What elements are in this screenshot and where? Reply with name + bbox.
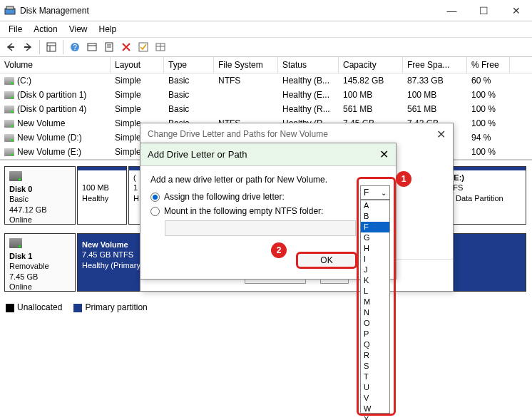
menu-view[interactable]: View <box>63 23 93 36</box>
disk1-header[interactable]: Disk 1 Removable 7.45 GB Online <box>4 233 76 292</box>
drive-icon <box>4 134 14 142</box>
drive-icon <box>4 77 14 85</box>
col-volume[interactable]: Volume <box>0 57 111 73</box>
disk0-header[interactable]: Disk 0 Basic 447.12 GB Online <box>4 166 76 225</box>
drive-letter-combo[interactable]: F <box>360 185 390 200</box>
svg-rect-9 <box>88 43 96 51</box>
properties-icon[interactable] <box>101 39 117 55</box>
disk-icon <box>9 238 22 248</box>
toolbar: ? <box>0 37 532 57</box>
combo-option[interactable]: L <box>361 286 389 297</box>
legend-primary-swatch <box>73 304 82 312</box>
radio-assign-letter[interactable] <box>150 193 160 202</box>
combo-option[interactable]: G <box>361 232 389 243</box>
combo-option[interactable]: S <box>361 361 389 372</box>
combo-option[interactable]: X <box>361 414 389 420</box>
delete-icon[interactable] <box>118 39 134 55</box>
volume-row[interactable]: (Disk 0 partition 4) SimpleBasic Healthy… <box>0 102 532 116</box>
forward-button[interactable] <box>20 39 36 55</box>
maximize-button[interactable]: ☐ <box>468 0 500 21</box>
svg-rect-14 <box>139 43 148 51</box>
inner-dialog-close-icon[interactable]: ✕ <box>379 148 389 161</box>
col-capacity[interactable]: Capacity <box>339 57 403 73</box>
menu-bar: File Action View Help <box>0 21 532 37</box>
col-filesystem[interactable]: File System <box>214 57 278 73</box>
add-drive-letter-dialog: Add Drive Letter or Path ✕ Add a new dri… <box>140 143 397 280</box>
combo-option[interactable]: N <box>361 307 389 318</box>
checkbox-icon[interactable] <box>135 39 151 55</box>
svg-rect-4 <box>47 43 56 51</box>
legend: Unallocated Primary partition <box>6 302 148 312</box>
minimize-button[interactable]: — <box>436 0 468 21</box>
combo-option[interactable]: J <box>361 265 389 275</box>
svg-rect-2 <box>8 46 14 48</box>
svg-text:?: ? <box>73 43 77 51</box>
legend-unalloc-swatch <box>6 304 14 312</box>
svg-rect-3 <box>24 46 31 48</box>
drive-letter-dropdown[interactable]: ABFGHIJKLMNOPQRSTUVWXYZ <box>360 200 390 414</box>
drive-icon <box>4 148 14 156</box>
back-button[interactable] <box>3 39 19 55</box>
combo-option[interactable]: M <box>361 297 389 307</box>
col-status[interactable]: Status <box>278 57 339 73</box>
combo-option[interactable]: K <box>361 275 389 286</box>
combo-option[interactable]: H <box>361 243 389 254</box>
radio-mount-folder[interactable] <box>150 207 160 216</box>
refresh-icon[interactable] <box>84 39 100 55</box>
window-title: Disk Management <box>20 6 436 16</box>
volume-row[interactable]: (C:) SimpleBasic NTFSHealthy (B... 145.8… <box>0 73 532 88</box>
app-icon <box>4 5 16 16</box>
combo-option[interactable]: W <box>361 404 389 414</box>
inner-ok-button[interactable]: OK <box>296 252 357 269</box>
list-icon[interactable] <box>153 39 168 55</box>
combo-option[interactable]: A <box>361 200 389 211</box>
menu-help[interactable]: Help <box>93 23 123 36</box>
svg-rect-1 <box>6 6 14 9</box>
drive-icon <box>4 106 14 113</box>
combo-option[interactable]: U <box>361 382 389 393</box>
col-type[interactable]: Type <box>164 57 214 73</box>
combo-option[interactable]: F <box>361 222 389 232</box>
drive-icon <box>4 120 14 128</box>
outer-dialog-title: Change Drive Letter and Paths for New Vo… <box>148 129 328 139</box>
col-freespace[interactable]: Free Spa... <box>403 57 467 73</box>
title-bar: Disk Management — ☐ ✕ <box>0 0 532 21</box>
volume-row[interactable]: (Disk 0 partition 1) SimpleBasic Healthy… <box>0 88 532 102</box>
col-layout[interactable]: Layout <box>111 57 164 73</box>
disk0-part1[interactable]: 100 MB Healthy <box>77 166 127 225</box>
disk-icon <box>9 171 22 181</box>
close-button[interactable]: ✕ <box>500 0 532 21</box>
inner-dialog-title: Add Drive Letter or Path <box>148 149 247 160</box>
annotation-num-1: 1 <box>396 171 411 187</box>
combo-option[interactable]: B <box>361 211 389 222</box>
instruction-text: Add a new drive letter or path for New V… <box>150 175 386 185</box>
combo-option[interactable]: O <box>361 318 389 329</box>
annotation-num-2: 2 <box>271 242 287 258</box>
combo-option[interactable]: V <box>361 393 389 404</box>
menu-file[interactable]: File <box>3 23 28 36</box>
combo-option[interactable]: P <box>361 329 389 339</box>
drive-icon <box>4 91 14 99</box>
combo-option[interactable]: T <box>361 372 389 382</box>
col-pctfree[interactable]: % Free <box>467 57 510 73</box>
combo-option[interactable]: I <box>361 254 389 265</box>
mount-path-input[interactable] <box>165 220 356 236</box>
column-headers[interactable]: Volume Layout Type File System Status Ca… <box>0 57 532 73</box>
combo-option[interactable]: Q <box>361 339 389 350</box>
outer-dialog-close-icon[interactable]: ✕ <box>436 128 446 141</box>
help-icon[interactable]: ? <box>67 39 83 55</box>
view-button[interactable] <box>44 39 59 55</box>
combo-option[interactable]: R <box>361 350 389 361</box>
menu-action[interactable]: Action <box>28 23 63 36</box>
